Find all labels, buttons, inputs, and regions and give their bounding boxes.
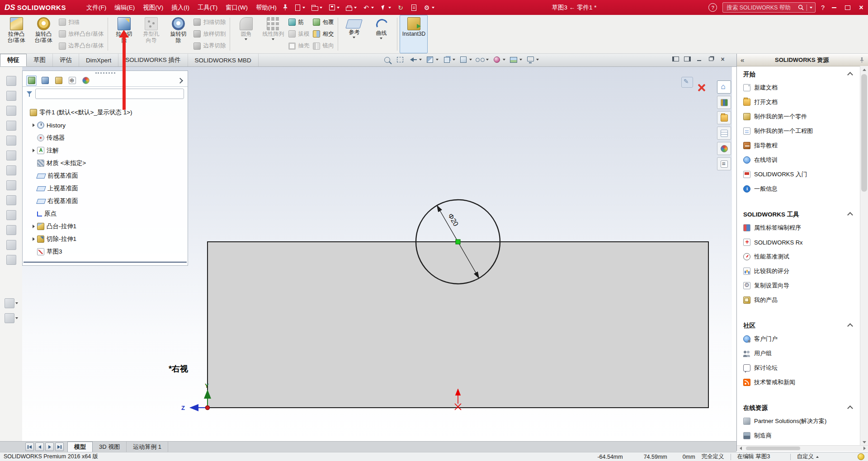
close-button[interactable]: ×: [857, 4, 865, 12]
ribbon-small-button[interactable]: 筋: [288, 17, 309, 28]
ribbon-small-button[interactable]: 镜向: [313, 41, 334, 52]
resource-link[interactable]: 一般信息: [737, 182, 860, 196]
section-header[interactable]: SOLIDWORKS 工具: [737, 209, 860, 221]
lofted-cut-small-icon[interactable]: [6, 210, 16, 220]
ribbon-small-button[interactable]: 放样凸台/基体: [59, 28, 104, 39]
boundary-small-icon[interactable]: [6, 136, 16, 146]
menu-item[interactable]: 插入(I): [167, 1, 193, 14]
minimize-button[interactable]: [830, 4, 838, 12]
ribbon-small-button[interactable]: 放样切割: [193, 28, 226, 39]
scroll-last-icon[interactable]: [55, 442, 64, 451]
dimxpertmanager-tab[interactable]: [67, 75, 77, 86]
resource-link[interactable]: 探讨论坛: [737, 361, 860, 375]
revolved-cut-button[interactable]: 旋转切除: [165, 15, 192, 53]
hud-button[interactable]: [425, 55, 439, 64]
scroll-first-icon[interactable]: [25, 442, 34, 451]
task-pane-tab[interactable]: [717, 80, 731, 94]
ribbon-small-button[interactable]: 相交: [313, 28, 334, 39]
help-menu[interactable]: ?: [821, 4, 825, 11]
hud-button[interactable]: [408, 55, 422, 64]
tree-item[interactable]: 切除-拉伸1: [23, 233, 188, 245]
resource-link[interactable]: Partner Solutions(解决方案): [737, 414, 860, 428]
document-tab[interactable]: 3D 视图: [93, 442, 127, 452]
ribbon-tab[interactable]: 特征: [0, 54, 27, 66]
ribbon-small-button[interactable]: 拔模: [288, 28, 309, 39]
section-header[interactable]: 在线资源: [737, 402, 860, 414]
configurationmanager-tab[interactable]: [53, 75, 64, 86]
ribbon-small-button[interactable]: 扫描: [59, 17, 104, 28]
loft-small-icon[interactable]: [6, 121, 16, 131]
expand-arrow-icon[interactable]: [33, 225, 35, 228]
resource-link[interactable]: 属性标签编制程序: [737, 221, 860, 235]
expand-arrow-icon[interactable]: [33, 237, 35, 241]
swept-cut-small-icon[interactable]: [6, 195, 16, 205]
menu-item[interactable]: 帮助(H): [252, 1, 281, 14]
help-search-input[interactable]: [726, 4, 795, 11]
resource-link[interactable]: 客户门户: [737, 332, 860, 346]
resource-link[interactable]: 制作我的第一个零件: [737, 109, 860, 124]
propertymanager-tab[interactable]: [40, 75, 50, 86]
menu-item[interactable]: 工具(T): [193, 1, 222, 14]
quick-access-button[interactable]: [396, 3, 405, 12]
resource-link[interactable]: 用户组: [737, 346, 860, 361]
quick-access-button[interactable]: [327, 3, 340, 12]
document-tab[interactable]: 运动算例 1: [127, 442, 168, 452]
linear-pattern-button[interactable]: 线性阵列: [259, 15, 287, 53]
resource-link[interactable]: 制造商: [737, 428, 860, 443]
reference-geometry-button[interactable]: 参考: [340, 15, 368, 53]
quick-access-button[interactable]: [344, 3, 358, 12]
quick-access-button[interactable]: [409, 3, 418, 12]
rollback-bar[interactable]: [24, 262, 187, 263]
custom-status-button[interactable]: 自定义: [797, 453, 819, 461]
expand-arrow-icon[interactable]: [33, 149, 35, 152]
doc-restore-icon[interactable]: [708, 56, 714, 62]
linear-pattern-small-icon[interactable]: [6, 255, 16, 265]
panel-grip[interactable]: [95, 72, 115, 74]
maximize-button[interactable]: [844, 4, 852, 12]
ribbon-small-button[interactable]: 包覆: [313, 17, 334, 28]
filter-funnel-icon[interactable]: [26, 91, 33, 97]
boundary-cut-small-icon[interactable]: [6, 225, 16, 235]
featuremanager-tab[interactable]: [26, 75, 37, 86]
cancel-sketch-icon[interactable]: [697, 83, 706, 92]
resource-link[interactable]: SOLIDWORKS 入门: [737, 167, 860, 182]
tree-filter-input[interactable]: [35, 89, 184, 99]
help-search-box[interactable]: [722, 2, 816, 13]
vertical-scrollbar[interactable]: [860, 66, 868, 446]
scroll-next-icon[interactable]: [45, 442, 54, 451]
task-pane-tab[interactable]: [717, 157, 731, 170]
task-pane-tab[interactable]: [717, 96, 731, 109]
displaymanager-tab[interactable]: [80, 75, 91, 86]
part-face[interactable]: [208, 242, 708, 408]
tree-item[interactable]: 原点: [23, 207, 188, 220]
task-pane-tab[interactable]: [717, 142, 731, 155]
tree-item[interactable]: 零件1 (默认<<默认>_显示状态 1>): [23, 106, 188, 119]
search-icon[interactable]: [798, 5, 804, 10]
help-circle-icon[interactable]: ?: [708, 3, 717, 12]
scroll-left-icon[interactable]: [737, 446, 744, 451]
resource-link[interactable]: 比较我的评分: [737, 264, 860, 278]
extruded-cut-small-icon[interactable]: [6, 151, 16, 160]
chevron-down-icon[interactable]: [810, 7, 812, 9]
fillet-small-icon[interactable]: [6, 240, 16, 250]
doc-close-icon[interactable]: ×: [719, 56, 726, 62]
instant3d-button[interactable]: Instant3D: [400, 15, 428, 53]
ribbon-tab[interactable]: 评估: [53, 54, 79, 66]
revolve-boss-small-icon[interactable]: [6, 91, 16, 101]
tree-item[interactable]: 注解: [23, 144, 188, 157]
task-pane-tab[interactable]: [717, 111, 731, 124]
extruded-cut-button[interactable]: 拉伸切除: [110, 15, 137, 53]
revolve-boss-button[interactable]: 旋转凸台/基体: [30, 15, 57, 53]
ribbon-tab[interactable]: 草图: [27, 54, 53, 66]
scroll-down-icon[interactable]: [860, 438, 868, 446]
quick-tips-icon[interactable]: [858, 453, 864, 460]
revolved-cut-small-icon[interactable]: [6, 180, 16, 190]
expand-pane-icon[interactable]: [684, 56, 691, 62]
ribbon-small-button[interactable]: 边界切除: [193, 41, 226, 52]
section-header[interactable]: 开始: [737, 69, 860, 80]
menu-item[interactable]: 窗口(W): [222, 1, 252, 14]
ribbon-tab[interactable]: DimXpert: [79, 54, 118, 66]
resource-link[interactable]: 打开文档: [737, 95, 860, 109]
hud-button[interactable]: [509, 55, 522, 64]
hud-button[interactable]: [382, 55, 392, 64]
